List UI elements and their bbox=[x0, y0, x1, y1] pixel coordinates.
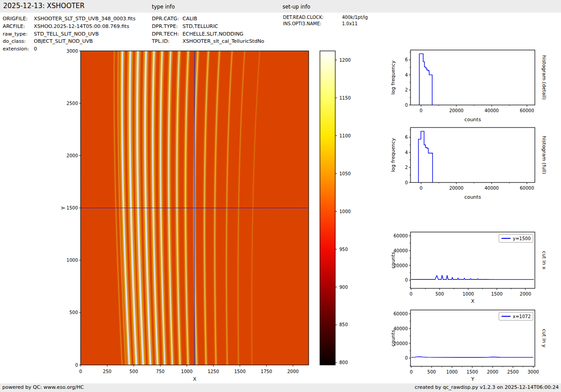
footer-bar: powered by QC: www.eso.org/HC created by… bbox=[0, 383, 561, 392]
cut-x-panel: 05001000150020000200004000060000Xcountsc… bbox=[390, 232, 547, 304]
x-axis-label: counts bbox=[465, 117, 481, 123]
colorbar-tick-label: 1200 bbox=[339, 58, 351, 63]
x-tick-label: 500 bbox=[129, 369, 138, 374]
y-tick-label: 60000 bbox=[393, 233, 408, 238]
x-tick-label: 20000 bbox=[449, 186, 464, 191]
x-tick-label: 0 bbox=[420, 186, 422, 191]
y-tick-label: 0 bbox=[405, 180, 408, 185]
x-tick-label: 2000 bbox=[520, 292, 531, 296]
x-tick-label: 1000 bbox=[446, 369, 457, 374]
right-axis-label: histogram (detail) bbox=[541, 55, 547, 100]
plots-canvas: 0250500750100012501500175020000500100015… bbox=[0, 0, 561, 392]
x-tick-label: 2500 bbox=[507, 369, 519, 374]
x-tick-label: 500 bbox=[427, 369, 436, 374]
x-tick-label: 0 bbox=[410, 292, 412, 296]
x-tick-label: 1500 bbox=[234, 369, 246, 374]
y-tick-label: 2000 bbox=[67, 153, 78, 158]
colorbar-tick-label: 900 bbox=[339, 285, 348, 290]
colorbar-gradient bbox=[320, 51, 335, 365]
plot-border bbox=[410, 128, 535, 182]
echelle-frame bbox=[81, 51, 309, 365]
x-tick-label: 250 bbox=[103, 369, 111, 374]
right-axis-label: histogram (full) bbox=[541, 136, 547, 174]
qc-report-page: 2025-12-13: XSHOOTER type info set-up in… bbox=[0, 0, 561, 392]
cut-y-panel: 0500100015002000250030000200004000060000… bbox=[390, 310, 547, 382]
y-tick-label: 2 bbox=[405, 87, 408, 92]
colorbar-tick-label: 1150 bbox=[339, 96, 351, 100]
x-axis-label: X bbox=[471, 298, 474, 304]
y-tick-label: 6 bbox=[405, 57, 408, 62]
colorbar-tick-label: 1000 bbox=[339, 209, 351, 214]
y-axis-label: log frequency bbox=[390, 138, 396, 172]
right-axis-label: cut in x bbox=[541, 251, 547, 269]
colorbar-panel: 80085090095010001050110011501200 bbox=[320, 51, 351, 365]
y-tick-label: 2 bbox=[405, 165, 408, 170]
x-tick-label: 500 bbox=[435, 292, 444, 296]
colorbar-tick-label: 1050 bbox=[339, 171, 351, 176]
x-axis-label: Y bbox=[471, 376, 474, 382]
x-tick-label: 0 bbox=[410, 369, 413, 374]
x-tick-label: 1750 bbox=[261, 369, 272, 374]
hist-detail-panel: 02000040000600000246countslog frequencyh… bbox=[390, 50, 547, 123]
colorbar-tick-label: 1100 bbox=[339, 133, 351, 138]
y-tick-label: 500 bbox=[69, 310, 78, 315]
x-tick-label: 40000 bbox=[484, 108, 499, 113]
x-tick-label: 750 bbox=[156, 369, 164, 374]
cut-line bbox=[411, 357, 534, 357]
y-tick-label: 0 bbox=[405, 278, 408, 283]
y-tick-label: 0 bbox=[75, 363, 78, 368]
cut-line bbox=[411, 275, 534, 280]
x-axis-label: X bbox=[193, 376, 196, 382]
histogram-line bbox=[419, 131, 433, 182]
legend-label: x=1072 bbox=[513, 314, 531, 319]
axes: 0500100015002000250030000200004000060000… bbox=[390, 310, 547, 382]
x-tick-label: 0 bbox=[420, 108, 422, 113]
x-tick-label: 0 bbox=[79, 369, 82, 374]
x-tick-label: 1000 bbox=[462, 292, 474, 296]
axes: 05001000150020000200004000060000Xcountsc… bbox=[390, 232, 547, 304]
y-axis-label: log frequency bbox=[390, 60, 396, 95]
y-tick-label: 4 bbox=[405, 73, 408, 77]
y-tick-label: 3000 bbox=[67, 49, 78, 54]
x-tick-label: 60000 bbox=[520, 186, 534, 191]
x-tick-label: 2000 bbox=[487, 369, 498, 374]
x-tick-label: 40000 bbox=[484, 186, 499, 191]
footer-left: powered by QC: www.eso.org/HC bbox=[2, 384, 84, 390]
y-axis-label: counts bbox=[390, 330, 396, 346]
y-tick-label: 1000 bbox=[67, 258, 78, 263]
legend-label: y=1500 bbox=[513, 236, 531, 241]
footer-right: created by qc_rawdisp.py v1.2.3 on 2025-… bbox=[415, 384, 559, 390]
colorbar-tick-label: 950 bbox=[339, 247, 348, 252]
axes: 02000040000600000246countslog frequencyh… bbox=[390, 50, 547, 123]
x-tick-label: 1500 bbox=[491, 292, 502, 296]
colorbar-tick-label: 800 bbox=[339, 360, 348, 365]
y-axis-label: Y bbox=[60, 206, 66, 210]
y-tick-label: 0 bbox=[405, 356, 408, 360]
x-tick-label: 1500 bbox=[466, 369, 478, 374]
x-tick-label: 2000 bbox=[287, 369, 298, 374]
y-axis-label: counts bbox=[390, 252, 396, 269]
right-axis-label: cut in y bbox=[541, 329, 547, 347]
y-tick-label: 4 bbox=[405, 150, 408, 155]
y-tick-label: 60000 bbox=[393, 311, 408, 316]
x-axis-label: counts bbox=[465, 194, 481, 200]
plot-border bbox=[410, 50, 535, 105]
x-tick-label: 60000 bbox=[520, 108, 534, 113]
x-tick-label: 1000 bbox=[181, 369, 192, 374]
y-tick-label: 6 bbox=[405, 135, 408, 140]
main-image-panel: 0250500750100012501500175020000500100015… bbox=[60, 49, 309, 383]
x-tick-label: 20000 bbox=[449, 108, 464, 113]
y-tick-label: 0 bbox=[405, 103, 408, 108]
y-tick-label: 1500 bbox=[67, 205, 78, 210]
histogram-line bbox=[420, 54, 433, 105]
colorbar-tick-label: 850 bbox=[339, 322, 348, 327]
axes: 02000040000600000246countslog frequencyh… bbox=[390, 128, 547, 200]
y-tick-label: 2500 bbox=[67, 101, 78, 106]
hist-full-panel: 02000040000600000246countslog frequencyh… bbox=[390, 128, 547, 200]
x-tick-label: 3000 bbox=[528, 369, 539, 374]
x-tick-label: 1250 bbox=[208, 369, 219, 374]
